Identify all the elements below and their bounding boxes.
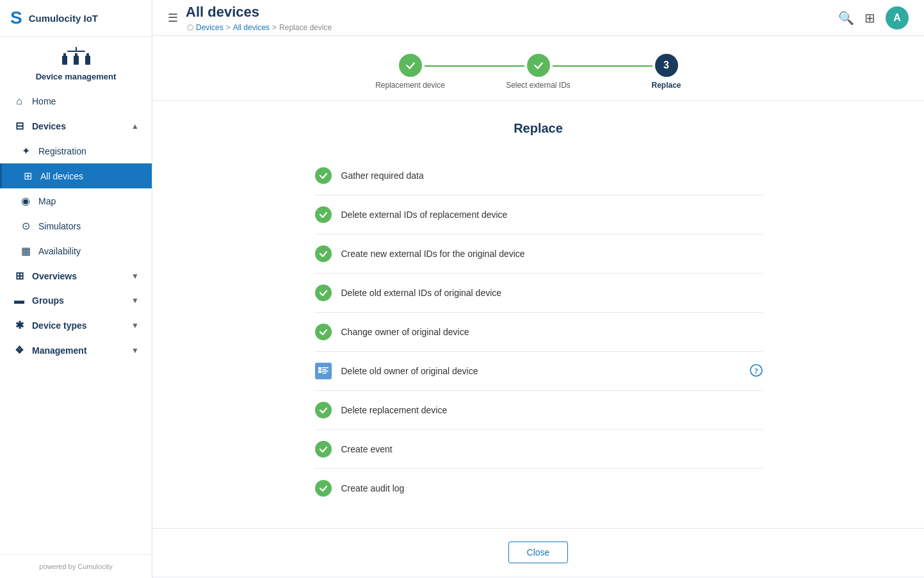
close-button[interactable]: Close [508, 541, 569, 563]
sidebar-item-availability[interactable]: ▦ Availability [0, 238, 152, 263]
main-content: ☰ All devices ⬡ Devices > All devices > … [152, 0, 924, 578]
task-delete-replacement: Delete replacement device [314, 391, 763, 430]
breadcrumb-icon: ⬡ [187, 23, 193, 32]
sidebar-section-overviews[interactable]: ⊞ Overviews ▼ [0, 263, 152, 288]
svg-rect-0 [62, 56, 67, 65]
management-icon: ❖ [13, 344, 26, 356]
task-icon-change-owner [314, 323, 332, 341]
svg-rect-7 [76, 47, 77, 52]
check-circle-delete-replacement [315, 402, 332, 418]
avatar[interactable]: A [886, 6, 909, 29]
task-delete-external-ids: Delete external IDs of replacement devic… [314, 195, 763, 235]
step-circle-replace: 3 [655, 54, 678, 77]
task-label-create-event: Create event [341, 444, 763, 454]
page-title: All devices [186, 4, 332, 21]
sidebar-item-registration[interactable]: ✦ Registration [0, 138, 152, 163]
task-icon-delete-replacement [314, 401, 332, 419]
svg-rect-5 [86, 53, 89, 56]
sidebar-device-types-label: Device types [32, 320, 87, 331]
simulators-icon: ⊙ [19, 220, 32, 232]
task-create-audit-log: Create audit log [314, 469, 763, 508]
topbar-right: 🔍 ⊞ A [838, 6, 909, 29]
sidebar-section-groups[interactable]: ▬ Groups ▼ [0, 288, 152, 313]
registration-icon: ✦ [19, 145, 32, 157]
task-icon-delete-old-owner [314, 362, 332, 380]
svg-rect-8 [318, 367, 321, 370]
svg-rect-13 [322, 373, 327, 374]
wizard-step-replace: 3 Replace [603, 54, 731, 90]
home-icon: ⌂ [13, 95, 26, 107]
hamburger-icon[interactable]: ☰ [168, 11, 178, 25]
device-types-chevron: ▼ [131, 321, 139, 330]
app-brand: Cumulocity IoT [29, 13, 98, 24]
step-circle-replacement [399, 54, 422, 77]
availability-icon: ▦ [19, 245, 32, 257]
task-change-owner: Change owner of original device [314, 313, 763, 352]
step-circle-external-ids [527, 54, 550, 77]
sidebar-section-devices[interactable]: ⊟ Devices ▲ [0, 113, 152, 138]
svg-rect-2 [74, 56, 79, 65]
task-icon-create-external-ids [314, 245, 332, 263]
overviews-chevron: ▼ [131, 272, 139, 281]
sidebar-section-device-types[interactable]: ✱ Device types ▼ [0, 313, 152, 338]
step-label-replace: Replace [651, 81, 681, 90]
svg-rect-12 [322, 371, 328, 372]
sidebar-item-simulators[interactable]: ⊙ Simulators [0, 213, 152, 238]
wizard-step-select-external-ids: Select external IDs [474, 54, 603, 90]
check-circle-change-owner [315, 324, 332, 340]
sidebar-item-map[interactable]: ◉ Map [0, 188, 152, 213]
map-icon: ◉ [19, 195, 32, 207]
task-label-delete-old-external-ids: Delete old external IDs of original devi… [341, 288, 763, 298]
overviews-icon: ⊞ [13, 270, 26, 282]
svg-rect-11 [322, 369, 327, 370]
task-icon-gather-data [314, 167, 332, 185]
check-circle-delete-old-external-ids [315, 285, 332, 301]
devices-icon: ⊟ [13, 120, 26, 132]
sidebar-registration-label: Registration [38, 146, 86, 156]
topbar-left: ☰ All devices ⬡ Devices > All devices > … [168, 4, 332, 32]
task-list: Gather required data Delete external IDs… [314, 156, 763, 508]
sidebar-item-all-devices[interactable]: ⊞ All devices [0, 163, 152, 188]
sidebar-availability-label: Availability [38, 246, 81, 256]
svg-text:?: ? [754, 366, 758, 375]
sidebar-simulators-label: Simulators [38, 221, 81, 231]
svg-rect-10 [322, 367, 328, 368]
sidebar-header: S Cumulocity IoT [0, 0, 152, 37]
topbar-title-area: All devices ⬡ Devices > All devices > Re… [186, 4, 332, 32]
breadcrumb-sep1: > [226, 23, 231, 32]
groups-chevron: ▼ [131, 296, 139, 305]
sidebar-section-management[interactable]: ❖ Management ▼ [0, 338, 152, 363]
sidebar-devices-label: Devices [32, 121, 66, 131]
task-label-create-external-ids: Create new external IDs for the original… [341, 249, 763, 259]
task-icon-create-event [314, 440, 332, 458]
task-create-external-ids: Create new external IDs for the original… [314, 235, 763, 274]
wizard-steps: Replacement device Select external IDs 3… [152, 36, 924, 101]
task-label-delete-old-owner: Delete old owner of original device [341, 366, 741, 376]
task-label-create-audit-log: Create audit log [341, 483, 763, 493]
step-label-external-ids: Select external IDs [506, 81, 571, 90]
check-circle-gather-data [315, 167, 332, 184]
content-area: Replacement device Select external IDs 3… [152, 36, 924, 578]
check-circle-create-event [315, 441, 332, 458]
breadcrumb-replace-device: Replace device [279, 23, 332, 32]
svg-rect-9 [318, 370, 321, 373]
task-label-delete-external-ids: Delete external IDs of replacement devic… [341, 210, 763, 220]
task-label-change-owner: Change owner of original device [341, 327, 763, 337]
replace-title: Replace [183, 121, 893, 136]
device-types-icon: ✱ [13, 319, 26, 331]
task-delete-old-external-ids: Delete old external IDs of original devi… [314, 274, 763, 313]
check-circle-create-external-ids [315, 245, 332, 262]
devices-chevron: ▲ [131, 122, 139, 131]
breadcrumb-devices[interactable]: Devices [196, 23, 223, 32]
sidebar-management-label: Management [32, 345, 87, 356]
grid-icon[interactable]: ⊞ [864, 10, 875, 26]
all-devices-icon: ⊞ [21, 170, 34, 182]
breadcrumb-all-devices[interactable]: All devices [233, 23, 270, 32]
sidebar-footer: powered by Cumulocity [0, 554, 152, 578]
task-icon-delete-old-external-ids [314, 284, 332, 302]
search-icon[interactable]: 🔍 [838, 10, 854, 26]
info-icon-delete-old-owner[interactable]: ? [750, 364, 763, 379]
sidebar-home-label: Home [32, 96, 56, 106]
sidebar-item-home[interactable]: ⌂ Home [0, 89, 152, 113]
devices-submenu: ✦ Registration ⊞ All devices ◉ Map ⊙ Sim… [0, 138, 152, 263]
